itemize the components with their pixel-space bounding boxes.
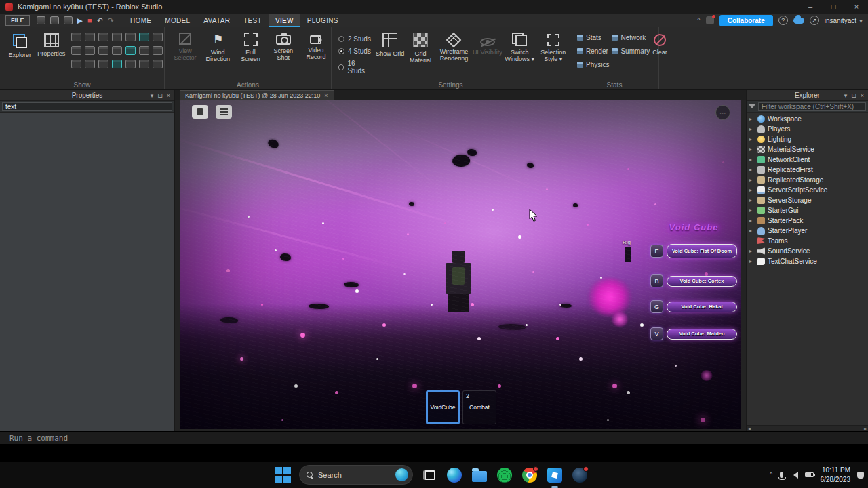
ui-visibility-button[interactable]: UI Visibility (472, 27, 502, 56)
undo-icon[interactable]: ↶ (97, 17, 103, 24)
panel-dock-icon[interactable]: ⊡ (851, 92, 856, 99)
panel-toggle-icon[interactable] (85, 46, 95, 55)
expand-arrow-icon[interactable]: ▸ (749, 248, 755, 254)
full-screen-button[interactable]: Full Screen (235, 27, 265, 63)
panel-dock-icon[interactable]: ⊡ (157, 92, 163, 99)
command-bar[interactable]: Run a command (0, 431, 868, 444)
panel-toggle-icon[interactable] (98, 46, 108, 55)
toggle-explorer-button[interactable]: Explorer (4, 27, 36, 58)
tab-avatar[interactable]: AVATAR (197, 14, 237, 27)
steam-button[interactable] (571, 466, 589, 484)
explorer-item-teams[interactable]: Teams (747, 236, 868, 246)
task-view-button[interactable] (420, 466, 438, 484)
expand-arrow-icon[interactable]: ▸ (749, 126, 755, 132)
panel-toggle-icon[interactable] (71, 60, 81, 68)
cloud-sync-icon[interactable] (793, 18, 804, 24)
panel-toggle-icon[interactable] (98, 33, 108, 41)
explorer-item-replicatedstorage[interactable]: ▸ReplicatedStorage (747, 175, 868, 185)
collapse-ribbon-icon[interactable]: ^ (697, 17, 701, 24)
expand-arrow-icon[interactable]: ▸ (749, 258, 755, 264)
expand-arrow-icon[interactable]: ▸ (749, 187, 755, 193)
expand-arrow-icon[interactable]: ▸ (749, 167, 755, 173)
panel-toggle-icon[interactable] (125, 60, 136, 68)
maximize-button[interactable]: □ (822, 0, 845, 14)
tab-home[interactable]: HOME (123, 14, 158, 27)
skill-button[interactable]: Void Cube: Maiden (667, 329, 737, 340)
tab-model[interactable]: MODEL (158, 14, 197, 27)
wireframe-rendering-button[interactable]: Wireframe Rendering (435, 27, 472, 62)
expand-arrow-icon[interactable]: ▸ (749, 146, 755, 152)
viewport-roblox-menu-button[interactable] (192, 105, 208, 119)
collaborate-button[interactable]: Collaborate (719, 15, 773, 26)
explorer-item-networkclient[interactable]: ▸NetworkClient (747, 155, 868, 165)
radio-icon[interactable] (338, 48, 344, 54)
selection-style-button[interactable]: Selection Style ▾ (537, 27, 570, 63)
tab-test[interactable]: TEST (237, 14, 269, 27)
panel-collapse-icon[interactable]: ▾ (151, 92, 154, 99)
summary-toggle[interactable]: Summary (612, 47, 650, 55)
explorer-horizontal-scrollbar[interactable]: ◂ ▸ (747, 425, 868, 431)
expand-arrow-icon[interactable]: ▸ (749, 197, 755, 203)
panel-toggle-icon[interactable] (85, 33, 95, 41)
explorer-item-textchatservice[interactable]: ▸TextChatService (747, 256, 868, 266)
game-document-tab[interactable]: Kamigami no kyūbu (TEST) @ 28 Jun 2023 2… (180, 90, 334, 100)
file-explorer-button[interactable] (471, 466, 488, 484)
explorer-item-serverscriptservice[interactable]: ▸ServerScriptService (747, 185, 868, 195)
close-button[interactable]: × (845, 0, 868, 14)
share-icon[interactable]: ↗ (810, 16, 819, 25)
stats-toggle[interactable]: Stats (577, 34, 609, 41)
wind-direction-button[interactable]: ⚑ Wind Direction (203, 27, 233, 63)
help-icon[interactable]: ? (778, 16, 788, 25)
clear-stats-button[interactable]: Clear (652, 34, 667, 68)
show-grid-button[interactable]: Show Grid (375, 27, 406, 57)
expand-arrow-icon[interactable]: ▸ (749, 228, 755, 234)
video-record-button[interactable]: Video Record (301, 27, 331, 61)
explorer-item-workspace[interactable]: ▸Workspace (747, 114, 868, 124)
explorer-item-serverstorage[interactable]: ▸ServerStorage (747, 195, 868, 205)
toggle-properties-button[interactable]: Properties (36, 27, 68, 57)
notifications-icon[interactable] (706, 16, 714, 24)
skill-button[interactable]: Void Cube: Fist Of Doom (667, 244, 737, 258)
panel-toggle-icon[interactable] (139, 60, 149, 68)
grid-material-button[interactable]: Grid Material (406, 27, 436, 64)
panel-toggle-icon[interactable] (125, 33, 136, 41)
expand-arrow-icon[interactable]: ▸ (749, 136, 755, 142)
panel-toggle-icon[interactable] (153, 33, 163, 41)
roblox-studio-taskbar-button[interactable] (546, 466, 564, 484)
taskbar-search[interactable]: Search (299, 465, 413, 485)
panel-toggle-icon[interactable] (139, 46, 149, 55)
panel-toggle-icon[interactable] (98, 60, 108, 68)
panel-close-icon[interactable]: × (861, 92, 864, 99)
explorer-item-materialservice[interactable]: ▸MaterialService (747, 144, 868, 155)
stud-option-4[interactable]: 4 Studs (338, 47, 372, 55)
tab-plugins[interactable]: PLUGINS (300, 14, 345, 27)
expand-arrow-icon[interactable]: ▸ (749, 218, 755, 224)
panel-collapse-icon[interactable]: ▾ (844, 92, 848, 99)
explorer-filter-input[interactable] (758, 102, 866, 111)
expand-arrow-icon[interactable]: ▸ (749, 157, 755, 163)
edge-button[interactable] (446, 466, 463, 484)
explorer-item-starterplayer[interactable]: ▸StarterPlayer (747, 226, 868, 236)
microphone-icon[interactable] (780, 472, 783, 478)
play-icon[interactable]: ▶ (77, 17, 83, 24)
explorer-item-startergui[interactable]: ▸StarterGui (747, 205, 868, 216)
notification-center-icon[interactable] (857, 472, 864, 479)
panel-toggle-icon[interactable] (139, 33, 149, 41)
switch-windows-button[interactable]: Switch Windows ▾ (502, 27, 536, 63)
account-menu[interactable]: insanityact ▾ (825, 17, 863, 24)
panel-toggle-icon[interactable] (85, 60, 95, 68)
screen-shot-button[interactable]: Screen Shot (269, 27, 298, 62)
radio-icon[interactable] (338, 64, 344, 70)
panel-toggle-icon[interactable] (112, 33, 122, 41)
game-viewport[interactable]: Rig ⋯ Void Cube E Void Cube: Fist Of Doo… (180, 100, 741, 429)
network-toggle[interactable]: Network (612, 34, 650, 41)
physics-toggle[interactable]: Physics (577, 61, 609, 68)
panel-toggle-icon[interactable] (153, 46, 163, 55)
browser-button[interactable] (521, 466, 538, 484)
tab-view[interactable]: VIEW (269, 14, 300, 27)
expand-arrow-icon[interactable]: ▸ (749, 207, 755, 214)
render-toggle[interactable]: Render (577, 47, 609, 55)
file-menu-button[interactable]: FILE (5, 15, 30, 26)
skill-button[interactable]: Void Cube: Hakai (667, 302, 737, 312)
panel-toggle-icon[interactable] (71, 46, 81, 55)
